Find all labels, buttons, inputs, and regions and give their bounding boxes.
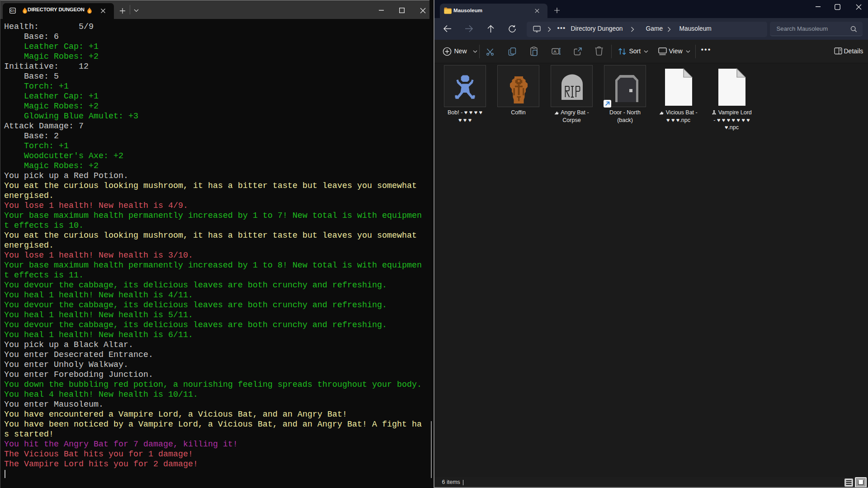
svg-text:C:\: C:\ xyxy=(10,9,14,12)
svg-text:A: A xyxy=(553,49,556,54)
